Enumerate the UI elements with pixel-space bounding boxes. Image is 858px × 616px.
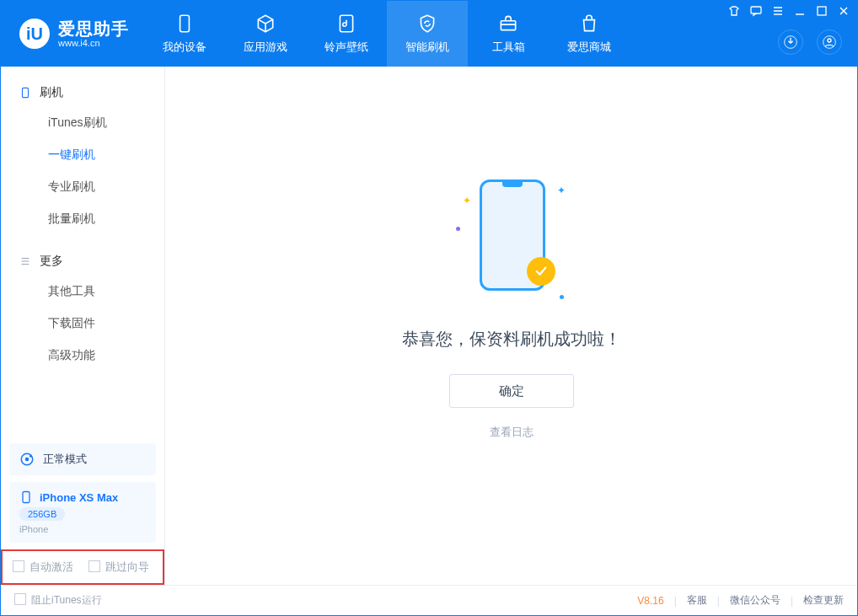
sidebar-section-title: 更多 <box>40 254 63 269</box>
device-card[interactable]: iPhone XS Max 256GB iPhone <box>9 482 156 543</box>
sidebar-section-more: 更多 <box>1 247 164 276</box>
block-itunes-checkbox[interactable]: 阻止iTunes运行 <box>14 593 102 608</box>
block-itunes-label: 阻止iTunes运行 <box>31 594 102 606</box>
toolbox-icon <box>497 13 519 35</box>
view-log-link[interactable]: 查看日志 <box>490 425 534 440</box>
mode-label: 正常模式 <box>43 452 87 467</box>
user-icon[interactable] <box>817 29 842 55</box>
nav-label: 智能刷机 <box>405 40 449 55</box>
nav-label: 工具箱 <box>492 40 525 55</box>
top-nav: 我的设备 应用游戏 铃声壁纸 智能刷机 工具箱 爱思商城 <box>144 1 630 67</box>
flash-options-row: 自动激活 跳过向导 <box>1 549 164 585</box>
list-icon <box>19 255 31 267</box>
svg-rect-12 <box>23 492 29 503</box>
sidebar-section-title: 刷机 <box>40 85 63 100</box>
svg-rect-3 <box>751 7 761 13</box>
device-capacity-badge: 256GB <box>19 507 65 521</box>
sidebar-section-flash: 刷机 <box>1 78 164 107</box>
svg-point-10 <box>25 458 29 462</box>
support-link[interactable]: 客服 <box>687 593 707 608</box>
nav-apps-games[interactable]: 应用游戏 <box>225 1 306 67</box>
sidebar-item-itunes-flash[interactable]: iTunes刷机 <box>1 107 164 139</box>
svg-point-6 <box>828 39 831 42</box>
cube-icon <box>255 13 276 35</box>
feedback-icon[interactable] <box>749 4 763 18</box>
app-subtitle: www.i4.cn <box>58 38 129 48</box>
success-illustration: ✦ ✦ <box>461 176 562 303</box>
minimize-icon[interactable] <box>793 4 807 18</box>
close-icon[interactable] <box>837 4 850 18</box>
svg-rect-4 <box>818 7 826 15</box>
nav-toolbox[interactable]: 工具箱 <box>468 1 549 67</box>
nav-smart-flash[interactable]: 智能刷机 <box>387 1 468 67</box>
bag-icon <box>578 13 600 35</box>
content-body: 刷机 iTunes刷机 一键刷机 专业刷机 批量刷机 更多 其他工具 下载固件 … <box>1 67 857 585</box>
maximize-icon[interactable] <box>815 4 829 18</box>
sidebar-item-download-firmware[interactable]: 下载固件 <box>1 308 164 340</box>
mode-card[interactable]: 正常模式 <box>9 443 156 475</box>
skin-icon[interactable] <box>727 4 741 18</box>
device-type-label: iPhone <box>19 524 48 534</box>
svg-point-11 <box>29 455 32 458</box>
skip-guide-checkbox[interactable]: 跳过向导 <box>88 560 149 575</box>
sidebar-item-other-tools[interactable]: 其他工具 <box>1 276 164 308</box>
version-label: V8.16 <box>637 595 663 607</box>
music-file-icon <box>335 13 357 35</box>
app-title: 爱思助手 <box>58 19 129 38</box>
title-bar: iU 爱思助手 www.i4.cn 我的设备 应用游戏 铃声壁纸 智能刷机 <box>1 1 857 67</box>
phone-icon <box>174 13 196 35</box>
nav-store[interactable]: 爱思商城 <box>549 1 630 67</box>
mode-icon <box>19 452 35 467</box>
wechat-link[interactable]: 微信公众号 <box>730 593 780 608</box>
sidebar-item-batch-flash[interactable]: 批量刷机 <box>1 203 164 235</box>
success-message: 恭喜您，保资料刷机成功啦！ <box>402 328 621 351</box>
sidebar-item-onekey-flash[interactable]: 一键刷机 <box>1 139 164 171</box>
main-content: ✦ ✦ 恭喜您，保资料刷机成功啦！ 确定 查看日志 <box>165 67 857 585</box>
svg-rect-8 <box>23 88 29 97</box>
nav-label: 爱思商城 <box>567 40 611 55</box>
nav-label: 我的设备 <box>163 40 206 55</box>
nav-label: 应用游戏 <box>244 40 287 55</box>
auto-activate-label: 自动激活 <box>29 560 73 573</box>
download-icon[interactable] <box>778 29 803 55</box>
sidebar-item-pro-flash[interactable]: 专业刷机 <box>1 171 164 203</box>
nav-ringtone-wallpaper[interactable]: 铃声壁纸 <box>306 1 387 67</box>
checkmark-icon <box>527 257 555 286</box>
device-icon <box>19 87 31 99</box>
auto-activate-checkbox[interactable]: 自动激活 <box>13 560 73 575</box>
status-bar: 阻止iTunes运行 V8.16 | 客服 | 微信公众号 | 检查更新 <box>1 585 857 615</box>
logo-block: iU 爱思助手 www.i4.cn <box>1 1 144 67</box>
confirm-button[interactable]: 确定 <box>449 374 574 408</box>
device-name-label: iPhone XS Max <box>40 491 118 504</box>
nav-label: 铃声壁纸 <box>324 40 368 55</box>
svg-rect-0 <box>180 15 190 32</box>
phone-small-icon <box>19 490 33 504</box>
app-logo-icon: iU <box>19 19 50 49</box>
window-controls <box>727 4 850 18</box>
svg-rect-2 <box>501 21 515 30</box>
nav-my-device[interactable]: 我的设备 <box>144 1 225 67</box>
check-update-link[interactable]: 检查更新 <box>803 593 844 608</box>
sidebar-item-advanced[interactable]: 高级功能 <box>1 340 164 372</box>
shield-refresh-icon <box>416 13 438 35</box>
menu-icon[interactable] <box>771 4 785 18</box>
skip-guide-label: 跳过向导 <box>105 560 149 573</box>
sidebar: 刷机 iTunes刷机 一键刷机 专业刷机 批量刷机 更多 其他工具 下载固件 … <box>1 67 165 585</box>
